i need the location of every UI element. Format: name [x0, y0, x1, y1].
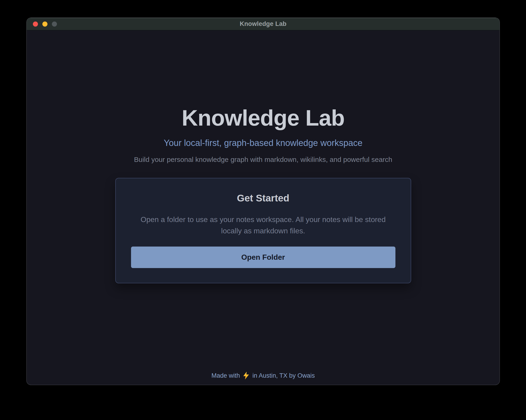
get-started-card: Get Started Open a folder to use as your…	[115, 178, 411, 283]
window-title: Knowledge Lab	[240, 20, 286, 28]
minimize-button[interactable]	[42, 21, 48, 27]
get-started-heading: Get Started	[131, 193, 395, 204]
window-titlebar[interactable]: Knowledge Lab	[27, 18, 500, 30]
app-subtitle: Your local-first, graph-based knowledge …	[164, 138, 362, 148]
main-content: Knowledge Lab Your local-first, graph-ba…	[27, 30, 500, 385]
zoom-button-disabled	[52, 21, 57, 27]
app-window: Knowledge Lab Knowledge Lab Your local-f…	[26, 18, 500, 385]
app-description: Build your personal knowledge graph with…	[134, 156, 392, 164]
lightning-icon	[243, 372, 250, 380]
footer-prefix: Made with	[211, 372, 240, 379]
app-title: Knowledge Lab	[182, 106, 345, 130]
get-started-description: Open a folder to use as your notes works…	[131, 214, 395, 237]
desktop-backdrop: Knowledge Lab Knowledge Lab Your local-f…	[0, 0, 526, 420]
open-folder-button[interactable]: Open Folder	[131, 246, 395, 268]
footer-credit: Made with in Austin, TX by Owais	[27, 372, 500, 380]
footer-suffix: in Austin, TX by Owais	[252, 372, 315, 379]
traffic-lights	[33, 18, 57, 30]
close-button[interactable]	[33, 21, 38, 27]
